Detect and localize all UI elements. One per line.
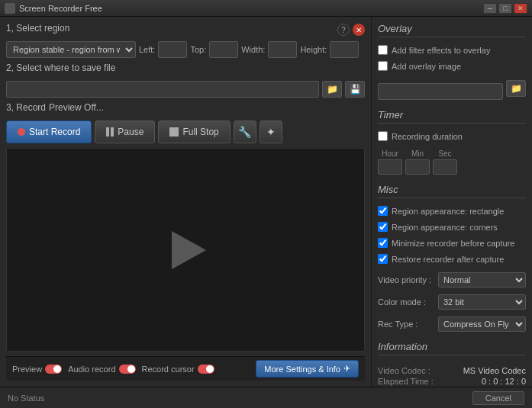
overlay-title: Overlay [378, 23, 526, 37]
elapsed-key: Elapsed Time : [378, 377, 434, 386]
info-video-codec: Video Codec : MS Video Codec [378, 366, 526, 375]
min-input[interactable]: 0 [405, 159, 430, 175]
minimize-label: Minimize recorder before capture [392, 239, 514, 248]
sec-group: Sec 0 [433, 149, 457, 175]
video-priority-row: Video priority : Normal High Low [378, 272, 526, 288]
start-record-label: Start Record [29, 127, 80, 137]
color-mode-select[interactable]: 32 bit 16 bit 8 bit [438, 294, 526, 310]
minimize-row: Minimize recorder before capture [378, 238, 526, 248]
section3-row: 3, Record Preview Off... [6, 102, 365, 116]
color-mode-row: Color mode : 32 bit 16 bit 8 bit [378, 294, 526, 310]
bottom-bar: Preview Audio record Record cursor More … [6, 356, 365, 381]
hour-input[interactable]: 0 [378, 159, 402, 175]
top-input[interactable]: 120 [209, 41, 238, 58]
sec-input[interactable]: 0 [433, 159, 457, 175]
region-row: Region stable - region from windows Left… [6, 41, 365, 58]
file-path-input[interactable]: C:\Users\Softonic EN\Documents\Capture.a… [6, 81, 319, 98]
add-image-label: Add overlay image [392, 62, 461, 71]
region-rect-row: Region appearance: rectangle [378, 206, 526, 216]
minimize-checkbox[interactable] [378, 238, 388, 248]
region-rect-label: Region appearance: rectangle [392, 207, 504, 216]
recording-duration-row: Recording duration [378, 131, 526, 141]
section1-row: 1, Select region ? ✕ [6, 23, 365, 37]
rec-type-select[interactable]: Compress On Fly No Compression [438, 316, 526, 332]
video-priority-select[interactable]: Normal High Low [438, 272, 526, 288]
min-label: Min [411, 149, 424, 158]
width-input[interactable]: 796 [268, 41, 297, 58]
overlay-text-input[interactable] [378, 83, 503, 100]
cursor-label: Record cursor [142, 365, 195, 374]
left-input[interactable]: 0 [158, 41, 187, 58]
full-stop-button[interactable]: Full Stop [158, 120, 230, 143]
save-button[interactable]: 💾 [345, 81, 365, 98]
add-filter-label: Add filter effects to overlay [392, 46, 490, 55]
restore-label: Restore recorder after capture [392, 255, 504, 264]
cancel-button[interactable]: Cancel [472, 391, 524, 405]
minimize-button[interactable]: ─ [483, 3, 497, 14]
cursor-toggle-item: Record cursor [142, 365, 214, 374]
restore-checkbox[interactable] [378, 254, 388, 264]
width-label: Width: [241, 45, 265, 54]
restore-row: Restore recorder after capture [378, 254, 526, 264]
pause-button[interactable]: Pause [95, 120, 155, 143]
add-image-row: Add overlay image [378, 61, 526, 71]
overlay-input-row: 📁 [378, 80, 526, 100]
height-label: Height: [300, 45, 327, 54]
more-settings-label: More Settings & Info [264, 365, 340, 374]
region-corners-checkbox[interactable] [378, 222, 388, 232]
preview-toggle[interactable] [45, 365, 62, 374]
title-bar-buttons: ─ □ ✕ [483, 3, 527, 14]
video-codec-val: MS Video Codec [463, 366, 526, 375]
section-close-button[interactable]: ✕ [353, 24, 365, 36]
left-label: Left: [139, 45, 155, 54]
controls-row: Start Record Pause Full Stop 🔧 ✦ [6, 120, 365, 143]
video-priority-label: Video priority : [378, 275, 435, 284]
height-input[interactable]: 600 [330, 41, 359, 58]
timer-inputs-row: Hour 0 Min 0 Sec 0 [378, 149, 526, 175]
send-icon: ✈ [343, 364, 350, 374]
elapsed-val: 0 : 0 : 12 : 0 [482, 377, 526, 386]
help-button[interactable]: ? [337, 24, 350, 36]
tools-button[interactable]: 🔧 [234, 120, 256, 143]
hour-group: Hour 0 [378, 149, 402, 175]
region-rect-checkbox[interactable] [378, 206, 388, 216]
status-text: No Status [8, 394, 44, 403]
region-select[interactable]: Region stable - region from windows [6, 41, 136, 58]
main-content: 1, Select region ? ✕ Region stable - reg… [0, 17, 532, 387]
add-filter-checkbox[interactable] [378, 45, 388, 55]
start-record-button[interactable]: Start Record [6, 120, 92, 143]
status-bar: No Status Cancel [0, 387, 532, 408]
rec-type-label: Rec Type : [378, 320, 435, 329]
misc-title: Misc [378, 184, 526, 198]
app-icon [5, 3, 15, 14]
title-bar: Screen Recorder Free ─ □ ✕ [0, 0, 532, 17]
cursor-toggle[interactable] [198, 365, 214, 374]
recording-duration-checkbox[interactable] [378, 131, 388, 141]
region-corners-row: Region appearance: corners [378, 222, 526, 232]
right-panel: Overlay Add filter effects to overlay Ad… [372, 17, 532, 387]
close-button[interactable]: ✕ [514, 3, 527, 14]
settings2-button[interactable]: ✦ [260, 120, 282, 143]
audio-toggle-item: Audio record [68, 365, 135, 374]
file-path-row: C:\Users\Softonic EN\Documents\Capture.a… [6, 81, 365, 98]
top-label: Top: [190, 45, 206, 54]
add-image-checkbox[interactable] [378, 61, 388, 71]
pause-label: Pause [118, 127, 143, 137]
preview-toggle-item: Preview [12, 365, 62, 374]
maximize-button[interactable]: □ [498, 3, 512, 14]
browse-folder-button[interactable]: 📁 [322, 81, 342, 98]
overlay-browse-button[interactable]: 📁 [506, 80, 526, 97]
preview-label: Preview [12, 365, 42, 374]
stop-icon [169, 127, 179, 137]
add-filter-row: Add filter effects to overlay [378, 45, 526, 55]
timer-title: Timer [378, 109, 526, 124]
region-corners-label: Region appearance: corners [392, 223, 498, 232]
more-settings-button[interactable]: More Settings & Info ✈ [256, 360, 359, 377]
min-group: Min 0 [405, 149, 430, 175]
hour-label: Hour [382, 149, 398, 158]
preview-area [6, 148, 365, 352]
section1-label: 1, Select region [6, 23, 69, 34]
title-bar-text: Screen Recorder Free [19, 4, 483, 13]
video-codec-key: Video Codec : [378, 366, 430, 375]
audio-toggle[interactable] [119, 365, 136, 374]
